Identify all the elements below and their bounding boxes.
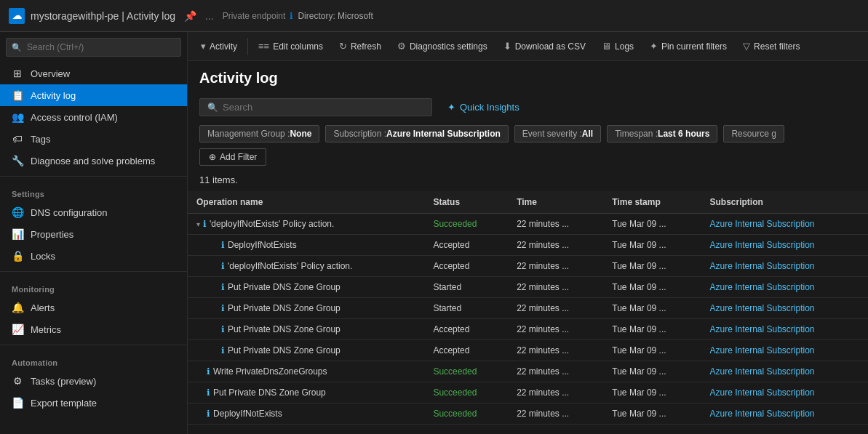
resource-group-filter[interactable]: Resource g	[723, 125, 784, 142]
subscription-filter[interactable]: Subscription : Azure Internal Subscripti…	[325, 125, 508, 142]
table-row[interactable]: ℹ Put Private DNS Zone Group Succeeded 2…	[188, 382, 868, 403]
table-row[interactable]: ℹ DeployIfNotExists Accepted 22 minutes …	[188, 235, 868, 256]
subscription-link-7[interactable]: Azure Internal Subscription	[709, 366, 814, 377]
pin-icon[interactable]: 📌	[184, 10, 196, 22]
quick-insights-button[interactable]: ✦ Quick Insights	[438, 98, 529, 116]
dns-icon: 🌐	[12, 206, 23, 218]
access-control-icon: 👥	[12, 111, 23, 123]
subscription-link-6[interactable]: Azure Internal Subscription	[709, 345, 814, 355]
cell-subscription-2[interactable]: Azure Internal Subscription	[701, 256, 868, 277]
cell-time-6: 22 minutes ...	[508, 340, 603, 361]
cell-operation-9: ℹ DeployIfNotExists	[188, 403, 424, 425]
table-row[interactable]: ℹ Put Private DNS Zone Group Accepted 22…	[188, 340, 868, 361]
download-csv-button[interactable]: ⬇ Download as CSV	[496, 37, 593, 55]
subscription-link-2[interactable]: Azure Internal Subscription	[709, 261, 814, 271]
subscription-link-3[interactable]: Azure Internal Subscription	[709, 282, 814, 292]
edit-columns-button[interactable]: ≡≡ Edit columns	[251, 37, 330, 55]
diagnostics-button[interactable]: ⚙ Diagnostics settings	[390, 37, 495, 55]
table-row[interactable]: ▾ ℹ 'deployIfNotExists' Policy action. S…	[188, 214, 868, 235]
cell-subscription-8[interactable]: Azure Internal Subscription	[701, 382, 868, 403]
directory-label: Directory: Microsoft	[298, 11, 373, 21]
subscription-link-8[interactable]: Azure Internal Subscription	[709, 387, 814, 398]
pin-filters-button[interactable]: ✦ Pin current filters	[642, 37, 734, 55]
operation-name-0: 'deployIfNotExists' Policy action.	[210, 219, 334, 229]
cell-time-9: 22 minutes ...	[508, 403, 603, 425]
table-row[interactable]: ℹ Put Private DNS Zone Group Accepted 22…	[188, 319, 868, 340]
info-icon: ℹ	[290, 11, 293, 21]
col-subscription[interactable]: Subscription	[701, 191, 868, 214]
pin-filters-label: Pin current filters	[661, 41, 727, 52]
management-group-filter[interactable]: Management Group : None	[199, 125, 319, 142]
refresh-button[interactable]: ↻ Refresh	[332, 37, 389, 55]
cell-subscription-4[interactable]: Azure Internal Subscription	[701, 298, 868, 319]
cell-subscription-9[interactable]: Azure Internal Subscription	[701, 403, 868, 425]
col-status[interactable]: Status	[424, 191, 508, 214]
cell-subscription-3[interactable]: Azure Internal Subscription	[701, 277, 868, 298]
col-time[interactable]: Time	[508, 191, 603, 214]
more-icon[interactable]: ...	[205, 10, 214, 22]
cell-subscription-0[interactable]: Azure Internal Subscription	[701, 214, 868, 235]
cell-operation-2: ℹ 'deployIfNotExists' Policy action.	[188, 256, 424, 277]
event-severity-filter[interactable]: Event severity : All	[514, 125, 601, 142]
cell-time-2: 22 minutes ...	[508, 256, 603, 277]
sidebar-search-input[interactable]	[6, 38, 181, 57]
operation-name-8: Put Private DNS Zone Group	[213, 387, 326, 398]
operation-name-6: Put Private DNS Zone Group	[228, 345, 341, 355]
sidebar-item-overview[interactable]: ⊞ Overview	[0, 63, 187, 84]
cell-timestamp-6: Tue Mar 09 ...	[603, 340, 701, 361]
row-info-icon-6: ℹ	[221, 345, 225, 355]
timespan-filter[interactable]: Timespan : Last 6 hours	[607, 125, 717, 142]
es-key: Event severity :	[522, 129, 582, 139]
sidebar-item-metrics[interactable]: 📈 Metrics	[0, 318, 187, 340]
sidebar-label-tasks: Tasks (preview)	[31, 376, 96, 387]
sidebar-item-tags[interactable]: 🏷 Tags	[0, 128, 187, 150]
col-timestamp[interactable]: Time stamp	[603, 191, 701, 214]
sidebar: 🔍 ⊞ Overview 📋 Activity log 👥 Access con…	[0, 32, 188, 434]
sidebar-item-properties[interactable]: 📊 Properties	[0, 223, 187, 245]
table-row[interactable]: ℹ 'deployIfNotExists' Policy action. Acc…	[188, 256, 868, 277]
expand-icon-0[interactable]: ▾	[196, 220, 200, 228]
cell-operation-4: ℹ Put Private DNS Zone Group	[188, 298, 424, 319]
sidebar-search-container: 🔍	[6, 38, 181, 57]
sidebar-item-tasks[interactable]: ⚙ Tasks (preview)	[0, 370, 187, 392]
sidebar-item-export[interactable]: 📄 Export template	[0, 392, 187, 414]
ts-key: Timespan :	[615, 129, 658, 139]
subscription-link-9[interactable]: Azure Internal Subscription	[709, 409, 814, 419]
table-row[interactable]: ℹ DeployIfNotExists Succeeded 22 minutes…	[188, 403, 868, 425]
cell-subscription-6[interactable]: Azure Internal Subscription	[701, 340, 868, 361]
cell-time-3: 22 minutes ...	[508, 277, 603, 298]
sidebar-item-dns[interactable]: 🌐 DNS configuration	[0, 201, 187, 223]
cell-timestamp-8: Tue Mar 09 ...	[603, 382, 701, 403]
col-operation[interactable]: Operation name	[188, 191, 424, 214]
logs-button[interactable]: 🖥 Logs	[594, 37, 641, 55]
table-row[interactable]: ℹ Put Private DNS Zone Group Started 22 …	[188, 298, 868, 319]
sidebar-item-locks[interactable]: 🔒 Locks	[0, 245, 187, 267]
export-icon: 📄	[12, 397, 23, 409]
sidebar-item-diagnose[interactable]: 🔧 Diagnose and solve problems	[0, 150, 187, 172]
subscription-link-4[interactable]: Azure Internal Subscription	[709, 303, 814, 313]
activity-dropdown-icon: ▾	[201, 41, 206, 52]
cell-status-6: Accepted	[424, 340, 508, 361]
subscription-link-1[interactable]: Azure Internal Subscription	[709, 240, 814, 250]
cell-subscription-1[interactable]: Azure Internal Subscription	[701, 235, 868, 256]
quick-insights-icon: ✦	[447, 102, 455, 113]
cell-timestamp-3: Tue Mar 09 ...	[603, 277, 701, 298]
activity-button[interactable]: ▾ Activity	[194, 37, 244, 55]
table-header: Operation name Status Time Time stamp Su…	[188, 191, 868, 214]
sidebar-item-access-control[interactable]: 👥 Access control (IAM)	[0, 106, 187, 128]
table-row[interactable]: ℹ Put Private DNS Zone Group Started 22 …	[188, 277, 868, 298]
sidebar-item-alerts[interactable]: 🔔 Alerts	[0, 297, 187, 318]
reset-filters-button[interactable]: ▽ Reset filters	[736, 37, 807, 55]
cell-subscription-5[interactable]: Azure Internal Subscription	[701, 319, 868, 340]
add-filter-button[interactable]: ⊕ Add Filter	[199, 148, 266, 166]
cell-subscription-7[interactable]: Azure Internal Subscription	[701, 361, 868, 382]
sidebar-label-overview: Overview	[31, 68, 70, 79]
subscription-link-5[interactable]: Azure Internal Subscription	[709, 324, 814, 334]
table-row[interactable]: ℹ Write PrivateDnsZoneGroups Succeeded 2…	[188, 361, 868, 382]
table-body: ▾ ℹ 'deployIfNotExists' Policy action. S…	[188, 214, 868, 425]
search-input[interactable]	[223, 102, 424, 113]
sidebar-item-activity-log[interactable]: 📋 Activity log	[0, 84, 187, 106]
cell-time-7: 22 minutes ...	[508, 361, 603, 382]
pin-filters-icon: ✦	[650, 41, 658, 52]
subscription-link-0[interactable]: Azure Internal Subscription	[709, 219, 814, 229]
